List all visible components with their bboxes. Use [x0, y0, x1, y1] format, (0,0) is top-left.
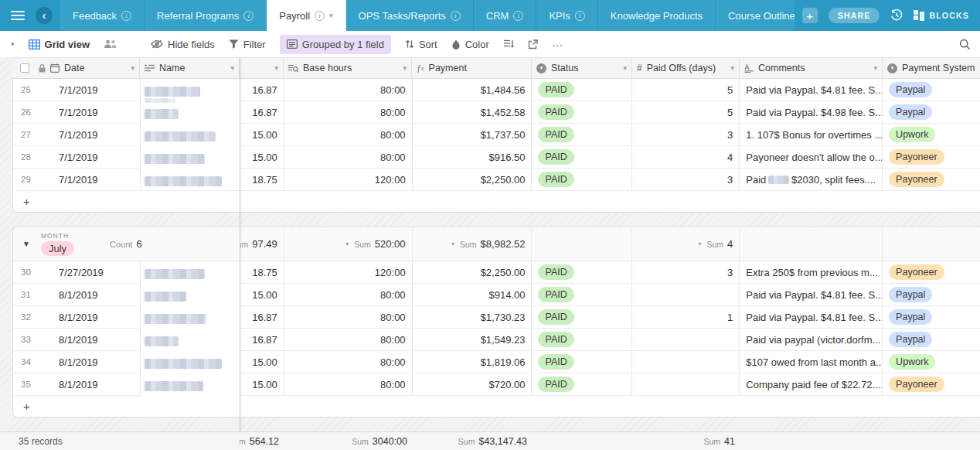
cell-comments[interactable]: $107 owed from last month a...: [740, 351, 883, 373]
cell-status[interactable]: PAID: [532, 373, 632, 395]
back-icon[interactable]: ‹: [36, 7, 53, 24]
cell-status[interactable]: PAID: [532, 329, 632, 350]
summary-payment[interactable]: Sum $43,147.43: [412, 432, 532, 450]
cell-paid-offs[interactable]: 5: [632, 79, 740, 101]
tab-course-outlines[interactable]: Course Outlines: [716, 0, 795, 31]
cell-base-hours[interactable]: 80:00: [284, 124, 413, 145]
cell-base-hours[interactable]: 80:00: [284, 146, 413, 168]
info-icon[interactable]: i: [315, 11, 325, 21]
cell-payment[interactable]: $1,484.56: [413, 79, 533, 101]
cell-date[interactable]: 7/1/2019: [44, 101, 141, 123]
cell-rate[interactable]: 18.75: [240, 261, 284, 283]
cell-payment[interactable]: $1,452.58: [413, 101, 533, 123]
row-number[interactable]: 25: [13, 79, 44, 101]
cell-paid-offs[interactable]: 3: [632, 261, 740, 283]
cell-comments[interactable]: Paid via Paypal. $4.81 fee. S...: [740, 79, 883, 101]
more-options-button[interactable]: …: [552, 36, 564, 53]
cell-date[interactable]: 7/27/2019: [44, 261, 141, 283]
cell-payment-system[interactable]: Payoneer: [883, 146, 980, 168]
row-number[interactable]: 35: [13, 373, 44, 395]
cell-payment[interactable]: $2,250.00: [413, 169, 533, 190]
tab-ops-tasks-reports[interactable]: OPS Tasks/Reportsi: [346, 0, 474, 31]
cell-comments[interactable]: Payoneer doesn't allow the o...: [740, 146, 883, 168]
cell-base-hours[interactable]: 80:00: [284, 373, 413, 395]
row-number[interactable]: 33: [13, 329, 44, 350]
group-sum-paid-offs[interactable]: ▾Sum4: [632, 227, 740, 261]
cell-payment[interactable]: $1,549.23: [413, 329, 533, 350]
column-header-status[interactable]: ▾ Status ▾: [532, 58, 632, 78]
cell-paid-offs[interactable]: [632, 373, 740, 395]
column-header-rate[interactable]: ▾: [240, 58, 284, 78]
cell-date[interactable]: 7/1/2019: [44, 124, 141, 145]
search-button[interactable]: [959, 39, 971, 50]
cell-paid-offs[interactable]: [632, 351, 740, 373]
column-header-date[interactable]: Date ▾: [12, 58, 140, 78]
cell-date[interactable]: 8/1/2019: [44, 373, 141, 395]
cell-payment-system[interactable]: Payoneer: [883, 373, 980, 395]
cell-comments[interactable]: Company paid fee of $22.72....: [740, 373, 883, 395]
group-sum-payment[interactable]: ▾Sum$8,982.52: [413, 227, 533, 261]
cell-comments[interactable]: Paid$2030, split fees....: [740, 169, 883, 190]
summary-rate[interactable]: Sum 564.12: [240, 432, 284, 450]
cell-status[interactable]: PAID: [532, 124, 632, 145]
blocks-button[interactable]: BLOCKS: [914, 10, 969, 21]
cell-paid-offs[interactable]: 3: [632, 124, 740, 145]
cell-rate[interactable]: 15.00: [240, 373, 284, 395]
cell-payment[interactable]: $1,730.23: [413, 306, 533, 328]
tab-knowledge-products[interactable]: Knowledge Products: [598, 0, 716, 31]
column-header-payment[interactable]: ƒx Payment: [412, 58, 532, 78]
chevron-down-icon[interactable]: ▾: [698, 240, 701, 247]
column-header-base-hours[interactable]: Base hours ▾: [284, 58, 412, 78]
cell-base-hours[interactable]: 120:00: [284, 261, 413, 283]
cell-base-hours[interactable]: 120:00: [284, 169, 413, 190]
cell-date[interactable]: 7/1/2019: [44, 169, 141, 190]
cell-rate[interactable]: 15.00: [240, 351, 284, 373]
add-table-button[interactable]: +: [802, 8, 818, 23]
cell-payment-system[interactable]: Paypal: [883, 101, 980, 123]
column-header-comments[interactable]: Comments ▾: [740, 58, 883, 78]
row-number[interactable]: 31: [13, 284, 44, 305]
info-icon[interactable]: i: [243, 11, 254, 21]
cell-payment[interactable]: $1,737.50: [413, 124, 533, 145]
tab-payroll[interactable]: Payrolli▾: [267, 0, 345, 31]
cell-rate[interactable]: 16.87: [240, 79, 284, 101]
row-number[interactable]: 28: [13, 146, 44, 168]
cell-base-hours[interactable]: 80:00: [284, 284, 413, 305]
hamburger-menu-icon[interactable]: [11, 11, 25, 20]
cell-comments[interactable]: Paid via Paypal. $4.81 fee. S...: [740, 306, 883, 328]
cell-paid-offs[interactable]: [632, 329, 740, 350]
cell-status[interactable]: PAID: [532, 284, 632, 305]
cell-comments[interactable]: Paid via Paypal. $4.81 fee. S...: [740, 284, 883, 305]
cell-payment[interactable]: $914.00: [413, 284, 533, 305]
cell-paid-offs[interactable]: 5: [632, 101, 740, 123]
group-sum-rate[interactable]: Sum97.49: [240, 227, 284, 261]
collaborators-icon[interactable]: [104, 39, 117, 49]
cell-paid-offs[interactable]: 4: [632, 146, 740, 168]
column-header-paid-offs[interactable]: # Paid Offs (days) ▾: [632, 58, 740, 78]
cell-status[interactable]: PAID: [532, 146, 632, 168]
chevron-down-icon[interactable]: ▾: [403, 64, 407, 72]
cell-status[interactable]: PAID: [532, 261, 632, 283]
cell-payment-system[interactable]: Paypal: [883, 284, 980, 305]
cell-paid-offs[interactable]: 1: [632, 306, 740, 328]
cell-payment-system[interactable]: Payoneer: [883, 261, 980, 283]
select-all-checkbox[interactable]: [20, 63, 29, 73]
cell-status[interactable]: PAID: [532, 169, 632, 190]
cell-payment[interactable]: $720.00: [413, 373, 533, 395]
cell-rate[interactable]: 15.00: [240, 284, 284, 305]
share-view-button[interactable]: [528, 39, 538, 49]
cell-rate[interactable]: 18.75: [240, 169, 284, 190]
tab-referral-programs[interactable]: Referral Programsi: [145, 0, 267, 31]
summary-base-hours[interactable]: Sum 3040:00: [284, 432, 412, 450]
cell-date[interactable]: 8/1/2019: [44, 329, 141, 350]
row-height-button[interactable]: [503, 39, 514, 49]
cell-payment-system[interactable]: Paypal: [883, 79, 980, 101]
column-header-payment-system[interactable]: ▾ Payment System: [883, 58, 980, 78]
chevron-down-icon[interactable]: ▾: [623, 64, 627, 72]
column-header-name[interactable]: Name ▾: [140, 58, 240, 78]
cell-rate[interactable]: 16.87: [240, 306, 284, 328]
group-sum-base-hours[interactable]: ▾Sum520:00: [284, 227, 413, 261]
tab-feedback[interactable]: Feedbacki: [60, 0, 145, 31]
chevron-down-icon[interactable]: ▾: [451, 240, 454, 247]
hide-fields-button[interactable]: Hide fields: [151, 39, 215, 50]
